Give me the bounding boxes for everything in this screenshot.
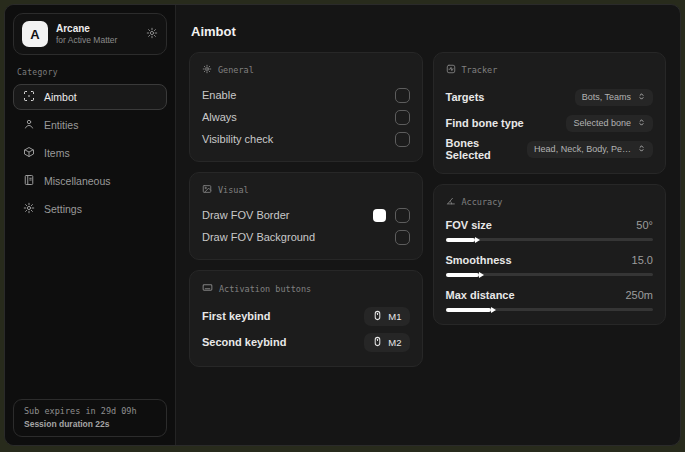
desktop-background: A Arcane for Active Matter Category Aimb… bbox=[0, 0, 685, 452]
left-column: General Enable Always Visibility check bbox=[189, 52, 423, 367]
keyboard-icon bbox=[202, 282, 213, 295]
draw-fov-border-label: Draw FOV Border bbox=[202, 209, 289, 221]
app-window: A Arcane for Active Matter Category Aimb… bbox=[4, 4, 681, 446]
sidebar-item-miscellaneous[interactable]: Miscellaneous bbox=[13, 168, 167, 194]
crosshair-icon bbox=[23, 90, 35, 104]
fov-size-slider[interactable] bbox=[446, 238, 654, 241]
smoothness-row: Smoothness 15.0 bbox=[446, 251, 654, 276]
header-settings-button[interactable] bbox=[146, 27, 158, 42]
visual-card: Visual Draw FOV Border Draw FOV Backgrou… bbox=[189, 172, 423, 260]
first-keybind-button[interactable]: M1 bbox=[364, 307, 409, 326]
smoothness-slider-fill bbox=[446, 273, 479, 277]
always-checkbox[interactable] bbox=[395, 110, 410, 125]
activation-buttons-card: Activation buttons First keybind M1 bbox=[189, 270, 423, 367]
sidebar-item-entities[interactable]: Entities bbox=[13, 112, 167, 138]
second-keybind-row: Second keybind M2 bbox=[202, 329, 410, 355]
smoothness-slider[interactable] bbox=[446, 273, 654, 276]
max-distance-row: Max distance 250m bbox=[446, 286, 654, 311]
session-duration-text: Session duration 22s bbox=[24, 419, 156, 429]
max-distance-value: 250m bbox=[625, 289, 653, 301]
max-distance-slider-fill bbox=[446, 308, 492, 312]
accuracy-card-header: Accuracy bbox=[446, 196, 654, 208]
notebook-icon bbox=[23, 174, 35, 188]
visibility-check-row: Visibility check bbox=[202, 128, 410, 150]
unfold-icon bbox=[637, 118, 646, 129]
enable-label: Enable bbox=[202, 89, 236, 101]
draw-fov-border-row: Draw FOV Border bbox=[202, 204, 410, 226]
app-subtitle: for Active Matter bbox=[56, 35, 138, 46]
find-bone-type-label: Find bone type bbox=[446, 117, 524, 129]
always-row: Always bbox=[202, 106, 410, 128]
draw-fov-background-label: Draw FOV Background bbox=[202, 231, 315, 243]
sidebar-item-label: Items bbox=[44, 147, 70, 159]
smoothness-value: 15.0 bbox=[632, 254, 653, 266]
sidebar-item-label: Miscellaneous bbox=[44, 175, 111, 187]
second-keybind-label: Second keybind bbox=[202, 336, 286, 348]
app-header: A Arcane for Active Matter bbox=[13, 13, 167, 55]
fov-size-row: FOV size 50° bbox=[446, 216, 654, 241]
sub-expires-text: Sub expires in 29d 09h bbox=[24, 406, 156, 416]
visual-card-header: Visual bbox=[202, 184, 410, 196]
tune-icon bbox=[202, 64, 212, 76]
first-keybind-row: First keybind M1 bbox=[202, 303, 410, 329]
targets-select[interactable]: Bots, Teams bbox=[575, 89, 653, 106]
sidebar: A Arcane for Active Matter Category Aimb… bbox=[5, 5, 176, 445]
right-column: Tracker Targets Bots, Teams bbox=[433, 52, 667, 325]
general-card: General Enable Always Visibility check bbox=[189, 52, 423, 162]
scan-icon bbox=[446, 64, 456, 76]
find-bone-type-row: Find bone type Selected bone bbox=[446, 110, 654, 136]
fov-size-slider-fill bbox=[446, 238, 475, 242]
find-bone-type-select[interactable]: Selected bone bbox=[566, 115, 653, 132]
image-icon bbox=[202, 184, 212, 196]
activation-card-header: Activation buttons bbox=[202, 282, 410, 295]
sidebar-item-label: Settings bbox=[44, 203, 82, 215]
targets-row: Targets Bots, Teams bbox=[446, 84, 654, 110]
sidebar-item-label: Entities bbox=[44, 119, 78, 131]
max-distance-slider[interactable] bbox=[446, 308, 654, 311]
person-icon bbox=[23, 118, 35, 132]
unfold-icon bbox=[637, 144, 646, 155]
enable-checkbox[interactable] bbox=[395, 88, 410, 103]
first-keybind-label: First keybind bbox=[202, 310, 270, 322]
general-card-header: General bbox=[202, 64, 410, 76]
max-distance-label: Max distance bbox=[446, 289, 515, 301]
subscription-info: Sub expires in 29d 09h Session duration … bbox=[13, 399, 167, 437]
second-keybind-button[interactable]: M2 bbox=[364, 333, 409, 352]
gear-icon bbox=[23, 202, 35, 216]
page-title: Aimbot bbox=[191, 24, 666, 39]
tracker-card-header: Tracker bbox=[446, 64, 654, 76]
mouse-icon bbox=[372, 336, 383, 349]
app-title: Arcane bbox=[56, 22, 138, 35]
bones-selected-select[interactable]: Head, Neck, Body, Pe… bbox=[527, 141, 653, 158]
tracker-card: Tracker Targets Bots, Teams bbox=[433, 52, 667, 174]
bones-selected-label: Bones Selected bbox=[446, 137, 528, 161]
angle-icon bbox=[446, 196, 456, 208]
category-label: Category bbox=[17, 68, 163, 77]
unfold-icon bbox=[637, 92, 646, 103]
app-logo: A bbox=[22, 21, 48, 47]
sidebar-item-items[interactable]: Items bbox=[13, 140, 167, 166]
app-header-text: Arcane for Active Matter bbox=[56, 22, 138, 46]
draw-fov-border-checkbox[interactable] bbox=[395, 208, 410, 223]
smoothness-label: Smoothness bbox=[446, 254, 512, 266]
cube-icon bbox=[23, 146, 35, 160]
sidebar-item-settings[interactable]: Settings bbox=[13, 196, 167, 222]
always-label: Always bbox=[202, 111, 237, 123]
visibility-check-checkbox[interactable] bbox=[395, 132, 410, 147]
targets-label: Targets bbox=[446, 91, 485, 103]
draw-fov-background-row: Draw FOV Background bbox=[202, 226, 410, 248]
fov-size-label: FOV size bbox=[446, 219, 492, 231]
enable-row: Enable bbox=[202, 84, 410, 106]
sidebar-item-label: Aimbot bbox=[44, 91, 77, 103]
fov-border-color-swatch[interactable] bbox=[373, 209, 386, 222]
sidebar-item-aimbot[interactable]: Aimbot bbox=[13, 84, 167, 110]
draw-fov-background-checkbox[interactable] bbox=[395, 230, 410, 245]
fov-size-value: 50° bbox=[636, 219, 653, 231]
gear-icon bbox=[146, 27, 158, 42]
main-panel: Aimbot General Enable bbox=[176, 5, 680, 445]
accuracy-card: Accuracy FOV size 50° bbox=[433, 184, 667, 325]
mouse-icon bbox=[372, 310, 383, 323]
visibility-check-label: Visibility check bbox=[202, 133, 273, 145]
bones-selected-row: Bones Selected Head, Neck, Body, Pe… bbox=[446, 136, 654, 162]
